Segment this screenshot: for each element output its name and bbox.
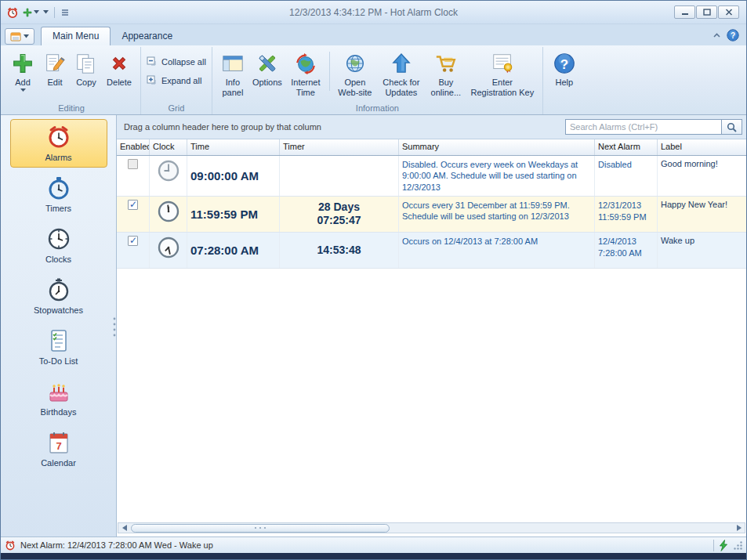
- check-updates-button[interactable]: Check for Updates: [377, 49, 426, 99]
- help-icon[interactable]: ?: [727, 29, 739, 42]
- clocks-icon: [46, 226, 71, 251]
- sidebar-item-todo-list[interactable]: To-Do List: [10, 323, 107, 371]
- ribbon-group-editing: Add Edit Copy Dele: [2, 47, 141, 114]
- ribbon-minimize-icon[interactable]: [713, 33, 720, 38]
- group-label-editing: Editing: [2, 103, 140, 113]
- expand-all-button[interactable]: Expand all: [147, 75, 206, 86]
- scrollbar-thumb[interactable]: [131, 524, 390, 533]
- scroll-right-arrow-icon[interactable]: [733, 523, 745, 533]
- search-area: [565, 119, 742, 135]
- group-label-information: Information: [212, 103, 542, 113]
- check-updates-icon: [390, 52, 413, 75]
- alarm-label: Wake up: [658, 233, 746, 268]
- power-icon[interactable]: [719, 540, 728, 551]
- horizontal-scrollbar[interactable]: [118, 522, 745, 533]
- internet-time-button[interactable]: Internet Time: [285, 49, 326, 99]
- alarm-label: Happy New Year!: [658, 197, 746, 232]
- group-by-hint: Drag a column header here to group by th…: [124, 122, 321, 132]
- enabled-checkbox[interactable]: [128, 236, 138, 246]
- add-button[interactable]: Add: [6, 49, 39, 92]
- info-panel-icon: [221, 52, 245, 75]
- qat-separator: [54, 7, 55, 18]
- alarm-row[interactable]: 09:00:00 AM Disabled. Occurs every week …: [117, 156, 746, 197]
- close-button[interactable]: [718, 5, 739, 19]
- ribbon-group-information: Info panel Options Internet Time Open We: [212, 47, 543, 114]
- sidebar-item-birthdays[interactable]: Birthdays: [10, 374, 107, 422]
- column-header-clock[interactable]: Clock: [150, 139, 187, 155]
- column-header-timer[interactable]: Timer: [280, 139, 399, 155]
- enabled-checkbox[interactable]: [128, 200, 138, 210]
- app-menu-button[interactable]: [5, 28, 34, 45]
- registration-key-icon: [491, 52, 514, 75]
- sidebar-item-calendar[interactable]: 7 Calendar: [10, 425, 107, 473]
- options-button[interactable]: Options: [249, 49, 285, 89]
- scroll-left-arrow-icon[interactable]: [118, 523, 130, 533]
- qat-customize-icon[interactable]: [60, 8, 70, 17]
- calendar-icon: 7: [46, 430, 71, 455]
- open-website-button[interactable]: Open Web-site: [333, 49, 377, 99]
- clock-face-icon: [157, 200, 180, 223]
- table-header: Enabled Clock Time Timer Summary Next Al…: [117, 139, 746, 156]
- qat-dropdown-chevron-icon[interactable]: [43, 10, 49, 14]
- info-panel-button[interactable]: Info panel: [216, 49, 249, 99]
- help-button[interactable]: ? Help: [547, 49, 582, 89]
- tab-main-menu[interactable]: Main Menu: [41, 27, 111, 45]
- delete-button[interactable]: Delete: [102, 49, 136, 89]
- group-label-grid: Grid: [141, 103, 212, 113]
- alarm-next: Disabled: [595, 156, 658, 196]
- sidebar-item-clocks[interactable]: Clocks: [10, 221, 107, 269]
- alarm-row[interactable]: 11:59:59 PM 28 Days 07:25:47 Occurs ever…: [117, 197, 746, 233]
- collapse-all-button[interactable]: Collapse all: [147, 56, 206, 67]
- column-header-summary[interactable]: Summary: [399, 139, 595, 155]
- birthdays-icon: [46, 379, 71, 404]
- alarm-next: 12/31/2013 11:59:59 PM: [595, 197, 658, 232]
- app-icon: [6, 6, 19, 19]
- timers-icon: [46, 175, 71, 201]
- tab-appearance[interactable]: Appearance: [111, 27, 183, 45]
- add-icon: [11, 52, 34, 75]
- sidebar-item-timers[interactable]: Timers: [10, 170, 107, 219]
- status-next-alarm-text: Next Alarm: 12/4/2013 7:28:00 AM Wed - W…: [20, 540, 213, 550]
- ribbon-group-grid: Collapse all Expand all Grid: [141, 47, 212, 114]
- alarm-time: 07:28:00 AM: [187, 233, 280, 268]
- window-bottom-border: [1, 553, 746, 559]
- clock-face-icon: [157, 236, 180, 259]
- edit-icon: [43, 52, 67, 75]
- enter-registration-key-button[interactable]: Enter Registration Key: [466, 49, 538, 99]
- enabled-checkbox[interactable]: [128, 159, 138, 169]
- alarm-timer: 28 Days 07:25:47: [280, 197, 399, 232]
- alarm-summary: Disabled. Occurs every week on Weekdays …: [399, 156, 595, 196]
- column-header-time[interactable]: Time: [187, 139, 280, 155]
- clock-face-icon: [157, 159, 180, 182]
- search-button[interactable]: [722, 119, 742, 135]
- column-header-label[interactable]: Label: [658, 139, 746, 155]
- buy-online-icon: [434, 52, 458, 75]
- hot-alarm-clock-window: 12/3/2013 4:34:12 PM - Hot Alarm Clock M…: [0, 0, 747, 560]
- table-empty-area: [117, 269, 746, 522]
- resize-grip-icon[interactable]: [733, 540, 743, 551]
- maximize-button[interactable]: [696, 5, 717, 19]
- add-dropdown-caret-icon: [20, 89, 26, 92]
- buy-online-button[interactable]: Buy online...: [426, 49, 466, 99]
- options-icon: [256, 52, 279, 75]
- statusbar: Next Alarm: 12/4/2013 7:28:00 AM Wed - W…: [1, 537, 746, 553]
- column-header-enabled[interactable]: Enabled: [117, 139, 150, 155]
- alarms-icon: [46, 125, 71, 150]
- edit-button[interactable]: Edit: [39, 49, 71, 89]
- sidebar-splitter-handle[interactable]: [112, 316, 117, 339]
- help-large-icon: ?: [553, 52, 576, 75]
- alarm-summary: Occurs every 31 December at 11:59:59 PM.…: [399, 197, 595, 232]
- sidebar-item-stopwatches[interactable]: Stopwatches: [10, 272, 107, 320]
- group-by-bar[interactable]: Drag a column header here to group by th…: [117, 115, 746, 139]
- sidebar-item-alarms[interactable]: Alarms: [10, 119, 107, 168]
- svg-text:?: ?: [560, 57, 568, 72]
- copy-button[interactable]: Copy: [71, 49, 102, 89]
- alarm-row[interactable]: 07:28:00 AM 14:53:48 Occurs on 12/4/2013…: [117, 233, 746, 269]
- ribbon-tab-row: Main Menu Appearance ?: [1, 24, 746, 45]
- column-header-next-alarm[interactable]: Next Alarm: [595, 139, 658, 155]
- minimize-button[interactable]: [674, 5, 695, 19]
- status-separator: [713, 540, 714, 551]
- qat-add-icon[interactable]: [23, 8, 39, 17]
- search-input[interactable]: [565, 119, 722, 135]
- expand-all-icon: [147, 75, 158, 86]
